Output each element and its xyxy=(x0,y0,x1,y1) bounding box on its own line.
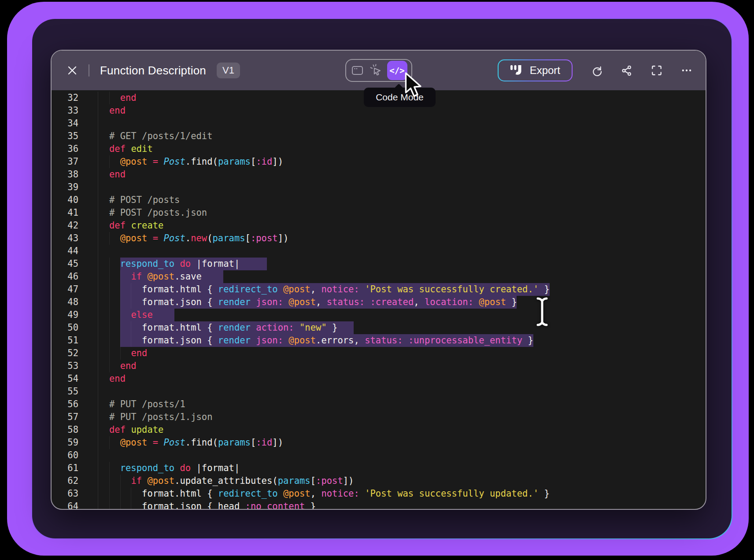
window-icon xyxy=(351,65,363,76)
code-line[interactable]: 34 xyxy=(52,117,706,130)
code-line[interactable]: 58def update xyxy=(52,424,706,436)
code-line[interactable]: 37 @post = Post.find(params[:id]) xyxy=(52,155,706,168)
code-mode-tooltip: Code Mode xyxy=(364,88,436,107)
line-number: 52 xyxy=(52,347,78,360)
code-line[interactable]: 47 format.html { redirect_to @post, noti… xyxy=(52,283,706,296)
more-icon xyxy=(681,64,692,77)
line-number: 57 xyxy=(52,411,78,424)
code-line[interactable]: 45 respond_to do |format| xyxy=(52,258,706,270)
line-content: respond_to do |format| xyxy=(98,258,706,270)
line-number: 33 xyxy=(52,104,78,117)
refresh-button[interactable] xyxy=(591,65,602,76)
line-number: 60 xyxy=(52,449,78,462)
code-line[interactable]: 35# GET /posts/1/edit xyxy=(52,130,706,143)
code-line[interactable]: 56# PUT /posts/1 xyxy=(52,398,706,411)
line-number: 54 xyxy=(52,372,78,385)
line-number: 51 xyxy=(52,334,78,347)
line-number: 32 xyxy=(52,92,78,104)
line-content xyxy=(98,117,706,130)
text-cursor xyxy=(534,296,551,329)
code-line[interactable]: 44 xyxy=(52,245,706,258)
titlebar: Function Description V1 xyxy=(52,51,706,90)
line-content: def create xyxy=(98,219,706,232)
refresh-icon xyxy=(591,65,602,77)
code-line[interactable]: 40# POST /posts xyxy=(52,194,706,206)
code-line[interactable]: 50 format.html { render action: "new" } xyxy=(52,321,706,334)
version-badge[interactable]: V1 xyxy=(217,63,240,78)
titlebar-right: Export xyxy=(498,51,692,90)
code-line[interactable]: 59 @post = Post.find(params[:id]) xyxy=(52,436,706,449)
line-content: end xyxy=(98,372,706,385)
line-content: format.html { redirect_to @post, notice:… xyxy=(98,487,706,500)
titlebar-left: Function Description V1 xyxy=(52,63,240,78)
line-number: 43 xyxy=(52,232,78,245)
code-lines: 32 end33end3435# GET /posts/1/edit36def … xyxy=(52,92,706,510)
line-number: 44 xyxy=(52,245,78,258)
line-number: 37 xyxy=(52,155,78,168)
code-line[interactable]: 39 xyxy=(52,181,706,194)
code-line[interactable]: 43 @post = Post.new(params[:post]) xyxy=(52,232,706,245)
line-content: @post = Post.find(params[:id]) xyxy=(98,436,706,449)
line-content: format.json { head :no_content } xyxy=(98,500,706,510)
fullscreen-icon xyxy=(651,65,662,76)
line-content: else xyxy=(98,309,706,321)
code-icon: </> xyxy=(389,66,404,75)
line-content: # GET /posts/1/edit xyxy=(98,130,706,143)
line-content: end xyxy=(98,360,706,372)
line-number: 55 xyxy=(52,385,78,398)
line-content: format.html { redirect_to @post, notice:… xyxy=(98,283,706,296)
close-button[interactable] xyxy=(67,65,78,76)
code-line[interactable]: 48 format.json { render json: @post, sta… xyxy=(52,296,706,309)
line-content: format.html { render action: "new" } xyxy=(98,321,706,334)
line-content xyxy=(98,181,706,194)
line-number: 40 xyxy=(52,194,78,206)
line-content: @post = Post.find(params[:id]) xyxy=(98,155,706,168)
code-line[interactable]: 49 else xyxy=(52,309,706,321)
code-line[interactable]: 55 xyxy=(52,385,706,398)
ibeam-icon xyxy=(534,296,551,328)
code-line[interactable]: 61 respond_to do |format| xyxy=(52,462,706,475)
code-line[interactable]: 36def edit xyxy=(52,143,706,155)
line-number: 47 xyxy=(52,283,78,296)
line-number: 38 xyxy=(52,168,78,181)
code-line[interactable]: 53 end xyxy=(52,360,706,372)
line-number: 39 xyxy=(52,181,78,194)
code-line[interactable]: 38end xyxy=(52,168,706,181)
code-line[interactable]: 54end xyxy=(52,372,706,385)
line-number: 45 xyxy=(52,258,78,270)
interact-mode-button[interactable] xyxy=(369,63,384,78)
line-content: respond_to do |format| xyxy=(98,462,706,475)
line-number: 59 xyxy=(52,436,78,449)
line-number: 46 xyxy=(52,270,78,283)
code-line[interactable]: 52 end xyxy=(52,347,706,360)
brand-quote-icon xyxy=(510,65,524,76)
code-line[interactable]: 51 format.json { render json: @post.erro… xyxy=(52,334,706,347)
code-line[interactable]: 42def create xyxy=(52,219,706,232)
window-mode-button[interactable] xyxy=(350,63,365,78)
share-icon xyxy=(621,65,632,77)
line-content xyxy=(98,245,706,258)
share-button[interactable] xyxy=(621,65,632,76)
click-cursor-icon xyxy=(370,64,383,77)
code-line[interactable]: 60 xyxy=(52,449,706,462)
line-content: end xyxy=(98,168,706,181)
line-number: 41 xyxy=(52,206,78,219)
code-line[interactable]: 64 format.json { head :no_content } xyxy=(52,500,706,510)
line-content: # PUT /posts/1.json xyxy=(98,411,706,424)
code-line[interactable]: 62 if @post.update_attributes(params[:po… xyxy=(52,475,706,487)
export-label: Export xyxy=(530,64,560,77)
export-button[interactable]: Export xyxy=(498,59,573,81)
line-number: 62 xyxy=(52,475,78,487)
page-title: Function Description xyxy=(100,64,206,77)
fullscreen-button[interactable] xyxy=(651,65,662,76)
more-button[interactable] xyxy=(681,65,692,76)
code-line[interactable]: 63 format.html { redirect_to @post, noti… xyxy=(52,487,706,500)
code-line[interactable]: 41# POST /posts.json xyxy=(52,206,706,219)
line-content: # PUT /posts/1 xyxy=(98,398,706,411)
line-content: @post = Post.new(params[:post]) xyxy=(98,232,706,245)
line-number: 63 xyxy=(52,487,78,500)
code-line[interactable]: 57# PUT /posts/1.json xyxy=(52,411,706,424)
line-content xyxy=(98,385,706,398)
code-editor[interactable]: 32 end33end3435# GET /posts/1/edit36def … xyxy=(52,90,706,510)
code-line[interactable]: 46 if @post.save xyxy=(52,270,706,283)
